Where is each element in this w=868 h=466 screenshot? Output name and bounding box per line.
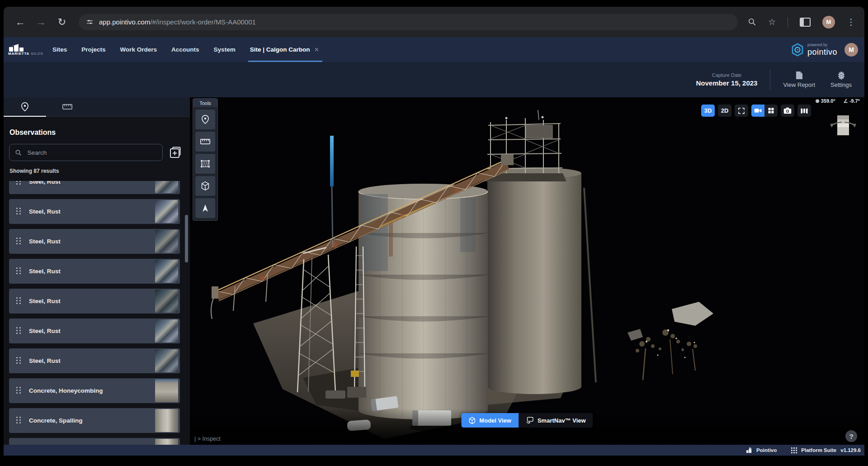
observation-thumbnail[interactable] xyxy=(155,181,178,193)
location-pin-tool[interactable] xyxy=(195,109,215,129)
forward-icon[interactable]: → xyxy=(31,17,52,27)
search-icon[interactable] xyxy=(748,18,756,26)
smartnav-view-button[interactable]: SmartNav™ View xyxy=(519,413,593,428)
browser-toolbar: ← → ↻ app.pointivo.com/#/inspect/work-or… xyxy=(4,7,864,37)
user-avatar[interactable]: M xyxy=(844,43,858,57)
search-field[interactable] xyxy=(9,144,163,161)
observation-row[interactable]: Steel, Rust xyxy=(9,229,180,254)
orientation-gizmo[interactable] xyxy=(829,114,857,138)
pitch-value: -9.7° xyxy=(849,98,860,104)
list-scrollbar[interactable] xyxy=(185,215,188,262)
suite-name: Platform Suite xyxy=(801,447,836,453)
observations-sidebar: Observations Showing 87 results xyxy=(4,97,190,445)
observation-thumbnail[interactable] xyxy=(155,439,178,445)
search-input[interactable] xyxy=(26,149,157,157)
side-panel-icon[interactable] xyxy=(800,18,811,27)
cube-tool[interactable] xyxy=(195,176,215,196)
observation-row[interactable]: Steel, Rust xyxy=(9,259,180,284)
screenshot-button[interactable] xyxy=(781,105,794,117)
nav-item-sites[interactable]: Sites xyxy=(52,37,67,62)
drag-handle-icon[interactable] xyxy=(16,387,21,395)
video-view-button[interactable] xyxy=(751,105,764,117)
model-view-button[interactable]: Model View xyxy=(461,413,519,428)
model-viewer-canvas[interactable]: Tools xyxy=(190,97,864,445)
fullscreen-button[interactable] xyxy=(735,105,748,117)
viewer-mode-controls: 3D 2D xyxy=(701,105,811,117)
observation-row[interactable]: Steel, Rust xyxy=(9,199,180,224)
drag-handle-icon[interactable] xyxy=(16,357,21,365)
observation-label: Steel, Rust xyxy=(29,298,61,304)
gear-icon xyxy=(837,71,845,80)
observation-thumbnail[interactable] xyxy=(155,290,178,313)
tools-palette: Tools xyxy=(193,98,218,221)
header-divider xyxy=(770,70,770,90)
reload-icon[interactable]: ↻ xyxy=(52,17,72,27)
panorama-button[interactable] xyxy=(797,105,811,117)
grid-view-button[interactable] xyxy=(764,105,778,117)
observation-thumbnail[interactable] xyxy=(155,200,178,223)
video-camera-icon xyxy=(754,108,762,114)
location-pin-icon xyxy=(20,102,29,112)
observation-thumbnail[interactable] xyxy=(155,230,178,253)
nav-item-projects[interactable]: Projects xyxy=(81,37,105,62)
point-cloud-scene xyxy=(190,97,864,445)
tab-observations[interactable] xyxy=(4,97,46,116)
observation-label: Steel, Rust xyxy=(29,238,61,245)
help-button[interactable]: ? xyxy=(845,430,857,442)
capture-date-label: Capture Date xyxy=(712,72,741,78)
back-icon[interactable]: ← xyxy=(10,17,31,27)
apps-waffle-icon[interactable] xyxy=(791,447,797,453)
ruler-tool[interactable] xyxy=(195,132,215,152)
area-tool[interactable] xyxy=(195,154,215,174)
observation-row[interactable]: Concrete, Honeycombing xyxy=(9,378,180,403)
tab-measurements[interactable] xyxy=(46,97,89,116)
add-observation-icon[interactable] xyxy=(169,146,182,159)
browser-menu-icon[interactable]: ⋮ xyxy=(847,18,855,26)
url-bar[interactable]: app.pointivo.com/#/inspect/work-order/MS… xyxy=(79,14,738,30)
view-report-button[interactable]: View Report xyxy=(783,71,815,88)
observations-list[interactable]: Steel, Rust Steel, Rust Steel, Rust xyxy=(4,181,190,445)
drag-handle-icon[interactable] xyxy=(16,208,21,216)
mode-3d-button[interactable]: 3D xyxy=(701,105,715,117)
observation-label: Concrete, Spalling xyxy=(29,417,83,424)
site-controls-icon[interactable] xyxy=(86,18,94,26)
bookmark-star-icon[interactable]: ☆ xyxy=(768,18,776,26)
observation-row[interactable]: Steel, Rust xyxy=(9,289,180,314)
observation-thumbnail[interactable] xyxy=(155,349,178,372)
browser-profile-avatar[interactable]: M xyxy=(822,16,835,29)
browser-window: ← → ↻ app.pointivo.com/#/inspect/work-or… xyxy=(4,7,864,456)
cube-icon xyxy=(201,181,210,191)
pointer-tool[interactable] xyxy=(195,198,215,218)
pointivo-brand: pointivo xyxy=(807,48,837,56)
tab-close-icon[interactable]: × xyxy=(314,46,318,54)
observation-row[interactable]: Steel, Rust xyxy=(9,181,180,194)
settings-button[interactable]: Settings xyxy=(830,71,852,88)
observation-thumbnail[interactable] xyxy=(155,409,178,432)
observation-thumbnail[interactable] xyxy=(155,379,178,402)
drag-handle-icon[interactable] xyxy=(16,327,21,335)
observation-row[interactable] xyxy=(9,438,180,445)
drag-handle-icon[interactable] xyxy=(16,267,21,276)
url-text[interactable]: app.pointivo.com/#/inspect/work-order/MS… xyxy=(99,18,256,26)
observation-thumbnail[interactable] xyxy=(155,260,178,283)
observation-thumbnail[interactable] xyxy=(155,319,178,342)
statusbar-brand[interactable]: Pointivo xyxy=(756,447,777,453)
tab-site-calgon-carbon[interactable]: Site | Calgon Carbon × xyxy=(250,37,319,62)
navigation-arrow-icon xyxy=(201,204,209,213)
marietta-silos-logo[interactable]: MARIETTA SILOS xyxy=(8,43,41,56)
observation-row[interactable]: Steel, Rust xyxy=(9,348,180,373)
nav-item-accounts[interactable]: Accounts xyxy=(171,37,199,62)
drag-handle-icon[interactable] xyxy=(16,238,21,246)
observation-row[interactable]: Steel, Rust xyxy=(9,319,180,343)
drag-handle-icon[interactable] xyxy=(16,297,21,305)
drag-handle-icon[interactable] xyxy=(16,181,21,186)
suite-version: v1.129.6 xyxy=(840,447,861,453)
angle-icon: ∠ xyxy=(844,98,848,104)
nav-item-work-orders[interactable]: Work Orders xyxy=(120,37,157,62)
nav-item-system[interactable]: System xyxy=(214,37,236,62)
mode-2d-button[interactable]: 2D xyxy=(718,105,731,117)
observation-row[interactable]: Concrete, Spalling xyxy=(9,408,180,433)
results-summary: Showing 87 results xyxy=(9,168,190,174)
site-header-band: Capture Date November 15, 2023 View Repo… xyxy=(4,62,864,97)
drag-handle-icon[interactable] xyxy=(16,417,21,425)
